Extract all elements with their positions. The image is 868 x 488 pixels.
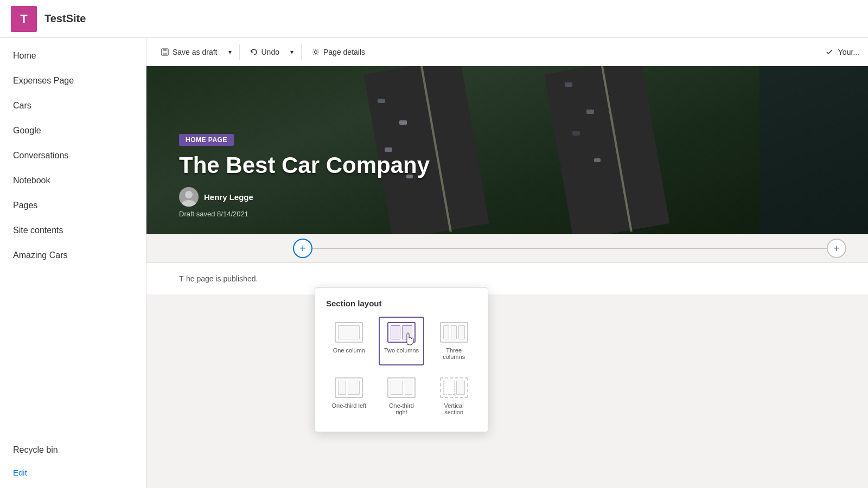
one-column-label: One column <box>333 347 365 354</box>
sidebar-item-site-contents[interactable]: Site contents <box>0 218 146 243</box>
author-name: Henry Legge <box>204 192 253 202</box>
one-column-icon <box>335 322 363 343</box>
add-section-line <box>312 248 827 249</box>
site-title: TestSite <box>44 12 86 25</box>
one-third-left-label: One-third left <box>332 402 367 409</box>
avatar <box>179 187 199 207</box>
section-layout-title: Section layout <box>326 299 477 308</box>
undo-button[interactable]: Undo <box>244 44 285 60</box>
checkmark-icon <box>825 48 834 56</box>
svg-point-4 <box>185 191 193 198</box>
sidebar-item-pages[interactable]: Pages <box>0 193 146 218</box>
draft-saved-text: Draft saved 8/14/2021 <box>179 210 430 218</box>
sidebar-item-amazing-cars[interactable]: Amazing Cars <box>0 243 146 268</box>
main-layout: Home Expenses Page Cars Google Conversat… <box>0 38 868 488</box>
section-layout-popup: Section layout One column Two columns <box>315 287 488 432</box>
vertical-section-icon <box>440 377 468 398</box>
layout-two-columns[interactable]: Two columns <box>379 317 425 365</box>
add-section-right-button[interactable]: + <box>827 239 846 258</box>
save-dropdown-button[interactable]: ▾ <box>225 45 235 59</box>
sidebar: Home Expenses Page Cars Google Conversat… <box>0 38 146 488</box>
top-bar: T TestSite <box>0 0 868 38</box>
one-third-right-label: One-third right <box>384 402 419 415</box>
sidebar-item-edit[interactable]: Edit <box>0 463 146 483</box>
undo-dropdown-button[interactable]: ▾ <box>287 45 297 59</box>
sidebar-item-google[interactable]: Google <box>0 118 146 143</box>
svg-rect-1 <box>163 49 167 51</box>
undo-icon <box>250 48 258 56</box>
toolbar-right: Your... <box>825 48 859 56</box>
layout-vertical-section[interactable]: Vertical section <box>431 372 477 421</box>
sidebar-item-conversations[interactable]: Conversations <box>0 143 146 168</box>
layout-one-column[interactable]: One column <box>326 317 372 365</box>
svg-point-3 <box>314 50 317 53</box>
page-canvas: HOME PAGE The Best Car Company Henry Leg… <box>146 66 868 488</box>
content-area: Save as draft ▾ Undo ▾ Page details <box>146 38 868 488</box>
add-section-button[interactable]: + <box>293 239 312 258</box>
layout-three-columns[interactable]: Three columns <box>431 317 477 365</box>
hero-badge: HOME PAGE <box>179 134 234 146</box>
toolbar-divider-2 <box>301 44 302 60</box>
page-published-text: he page is published. <box>186 274 258 283</box>
vertical-section-label: Vertical section <box>436 402 471 415</box>
two-columns-icon <box>387 322 416 343</box>
three-columns-icon <box>440 322 468 343</box>
site-logo: T <box>11 6 37 32</box>
gear-icon <box>311 48 320 56</box>
one-third-left-icon <box>335 377 363 398</box>
one-third-right-icon <box>387 377 416 398</box>
page-info-section: T he page is published. <box>146 262 868 294</box>
svg-rect-2 <box>163 53 167 55</box>
hero-author: Henry Legge <box>179 187 430 207</box>
save-icon <box>161 48 169 56</box>
sidebar-item-home[interactable]: Home <box>0 43 146 68</box>
layout-one-third-right[interactable]: One-third right <box>379 372 425 421</box>
page-info-text: T <box>179 274 184 283</box>
save-as-draft-button[interactable]: Save as draft <box>155 44 223 60</box>
sidebar-item-notebook[interactable]: Notebook <box>0 168 146 193</box>
layout-grid: One column Two columns <box>326 317 477 421</box>
page-details-button[interactable]: Page details <box>306 44 371 60</box>
sidebar-item-expenses-page[interactable]: Expenses Page <box>0 68 146 93</box>
sidebar-item-recycle-bin[interactable]: Recycle bin <box>0 438 146 463</box>
two-columns-label: Two columns <box>384 347 419 354</box>
hero-title: The Best Car Company <box>179 152 430 178</box>
layout-one-third-left[interactable]: One-third left <box>326 372 372 421</box>
sidebar-item-cars[interactable]: Cars <box>0 93 146 118</box>
three-columns-label: Three columns <box>436 347 471 360</box>
hero-banner: HOME PAGE The Best Car Company Henry Leg… <box>146 66 868 234</box>
hero-content: HOME PAGE The Best Car Company Henry Leg… <box>179 134 430 218</box>
toolbar-divider-1 <box>239 44 240 60</box>
add-section-bar: + + <box>146 234 868 262</box>
toolbar: Save as draft ▾ Undo ▾ Page details <box>146 38 868 66</box>
